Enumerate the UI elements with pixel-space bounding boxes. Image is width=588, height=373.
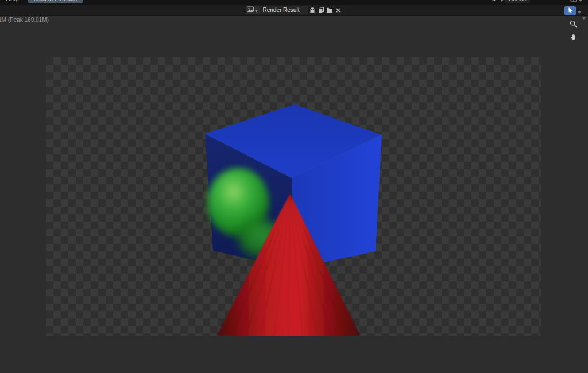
close-icon[interactable] (334, 6, 343, 14)
image-editor-header (0, 5, 588, 16)
image-viewport[interactable]: 1M (Peak 169.01M) (0, 16, 588, 373)
back-to-previous-button[interactable]: Back to Previous (28, 0, 83, 3)
rendered-objects (46, 57, 541, 336)
scene-icon (492, 0, 498, 4)
image-browse-button[interactable] (246, 6, 260, 14)
render-result-image[interactable] (46, 57, 541, 336)
open-folder-icon[interactable] (326, 6, 334, 14)
image-datablock-selector (246, 6, 343, 14)
tool-pan-button[interactable] (568, 33, 578, 42)
cursor-icon (567, 7, 574, 15)
chevron-down-icon[interactable] (579, 0, 582, 4)
chevron-down-icon (500, 0, 504, 4)
chevron-down-icon[interactable] (578, 6, 581, 16)
topbar: Help Back to Previous Scene (0, 0, 588, 5)
hand-icon (570, 33, 577, 42)
menu-help[interactable]: Help (6, 0, 19, 2)
blender-window: Help Back to Previous Scene (0, 0, 588, 373)
tool-tweak-button[interactable] (564, 6, 576, 15)
chevron-down-icon (255, 6, 258, 14)
image-name-field[interactable] (260, 6, 308, 14)
image-datablock-icon (247, 6, 254, 14)
editor-layout-icon[interactable] (570, 0, 577, 4)
memory-status: 1M (Peak 169.01M) (0, 17, 49, 23)
ghost-icon[interactable] (308, 6, 317, 14)
tool-zoom-button[interactable] (568, 20, 578, 29)
magnifier-icon (570, 20, 577, 29)
duplicate-icon[interactable] (317, 6, 326, 14)
scene-selector[interactable]: Scene (505, 0, 530, 3)
viewport-tools (568, 20, 578, 42)
region-toggle-arrow[interactable] (582, 17, 586, 20)
